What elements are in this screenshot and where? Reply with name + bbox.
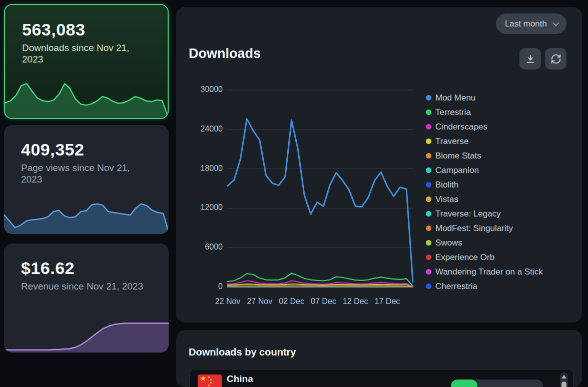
revenue-total-label: Revenue since Nov 21, 2023 <box>21 280 152 292</box>
x-tick-label: 07 Dec <box>311 297 336 306</box>
scrollbar-thumb[interactable] <box>561 382 566 387</box>
stat-card-downloads: 563,083 Downloads since Nov 21, 2023 <box>4 4 169 119</box>
chart-legend: Mod MenuTerrestriaCinderscapesTraverseBi… <box>426 90 543 294</box>
legend-item[interactable]: Vistas <box>426 192 543 206</box>
y-tick-label: 6000 <box>205 242 223 252</box>
chevron-down-icon <box>553 20 559 26</box>
legend-label: ModFest: Singularity <box>435 224 513 234</box>
legend-dot-icon <box>426 226 431 231</box>
x-tick-label: 27 Nov <box>247 297 272 306</box>
country-list-scrollbar[interactable] <box>560 372 568 387</box>
legend-item[interactable]: Mod Menu <box>426 90 543 105</box>
legend-dot-icon <box>426 168 431 173</box>
legend-item[interactable]: Wandering Trader on a Stick <box>426 264 543 279</box>
y-tick-label: 18000 <box>201 164 223 173</box>
china-flag-icon: ★ <box>198 374 222 387</box>
scroll-up-icon[interactable] <box>561 375 566 378</box>
downloads-total-label: Downloads since Nov 21, 2023 <box>22 42 151 65</box>
legend-item[interactable]: Swows <box>426 236 543 250</box>
y-axis-labels: 0600012000180002400030000 <box>191 90 223 287</box>
downloads-total: 563,083 <box>22 20 151 40</box>
legend-item[interactable]: Cinderscapes <box>426 120 543 134</box>
download-icon <box>525 54 536 64</box>
legend-dot-icon <box>426 138 431 144</box>
legend-label: Campanion <box>435 166 479 176</box>
legend-item[interactable]: Traverse: Legacy <box>426 206 543 221</box>
downloads-panel: Last month Downloads 0600012000180002400… <box>176 7 582 322</box>
stat-card-revenue: $16.62 Revenue since Nov 21, 2023 <box>4 244 169 352</box>
country-progress-track <box>451 380 543 387</box>
legend-label: Cinderscapes <box>435 122 487 132</box>
revenue-sparkline <box>4 310 169 352</box>
legend-item[interactable]: Biolith <box>426 178 543 192</box>
legend-label: Mod Menu <box>435 93 475 103</box>
legend-dot-icon <box>426 254 431 260</box>
legend-label: Terrestria <box>435 108 471 118</box>
flag-star-icon: ★ <box>200 374 206 383</box>
legend-label: Biolith <box>435 180 458 190</box>
x-tick-label: 22 Nov <box>215 297 241 306</box>
legend-label: Experience Orb <box>435 252 494 262</box>
country-panel-title: Downloads by country <box>189 346 296 358</box>
y-tick-label: 12000 <box>201 203 223 212</box>
period-selector-label: Last month <box>505 19 547 29</box>
legend-label: Wandering Trader on a Stick <box>435 267 543 277</box>
legend-label: Biome Stats <box>435 151 481 161</box>
legend-dot-icon <box>426 196 431 202</box>
legend-item[interactable]: Biome Stats <box>426 148 543 163</box>
legend-dot-icon <box>426 153 431 158</box>
legend-dot-icon <box>426 240 431 246</box>
legend-item[interactable]: Campanion <box>426 163 543 178</box>
y-tick-label: 30000 <box>201 85 223 94</box>
y-tick-label: 24000 <box>201 124 223 134</box>
legend-label: Cherrestria <box>435 282 477 292</box>
pageviews-total-label: Page views since Nov 21, 2023 <box>21 162 152 185</box>
legend-item[interactable]: Terrestria <box>426 105 543 120</box>
legend-dot-icon <box>426 95 431 100</box>
downloads-line-chart <box>228 90 413 287</box>
refresh-button[interactable] <box>545 48 566 70</box>
legend-item[interactable]: Traverse <box>426 134 543 148</box>
legend-dot-icon <box>426 269 431 274</box>
downloads-sparkline <box>5 75 168 118</box>
stat-card-pageviews: 409,352 Page views since Nov 21, 2023 <box>4 125 169 234</box>
legend-label: Swows <box>435 238 462 248</box>
period-selector-dropdown[interactable]: Last month <box>496 14 566 34</box>
country-panel: Downloads by country ★ China <box>176 330 582 387</box>
legend-dot-icon <box>426 110 431 115</box>
export-button[interactable] <box>519 48 541 70</box>
legend-label: Traverse: Legacy <box>435 209 501 219</box>
legend-dot-icon <box>426 284 431 289</box>
country-progress-fill <box>451 380 477 387</box>
legend-dot-icon <box>426 211 431 216</box>
y-tick-label: 0 <box>218 282 223 291</box>
country-name: China <box>227 374 253 384</box>
downloads-panel-title: Downloads <box>189 46 261 62</box>
pageviews-total: 409,352 <box>21 140 152 160</box>
legend-label: Vistas <box>435 194 458 204</box>
x-axis-labels: 22 Nov27 Nov02 Dec07 Dec12 Dec17 Dec <box>228 297 413 308</box>
legend-dot-icon <box>426 124 431 130</box>
legend-item[interactable]: Cherrestria <box>426 279 543 294</box>
legend-item[interactable]: ModFest: Singularity <box>426 221 543 236</box>
country-list[interactable]: ★ China <box>189 369 573 387</box>
refresh-icon <box>550 54 561 64</box>
legend-dot-icon <box>426 182 431 188</box>
x-tick-label: 12 Dec <box>343 297 368 306</box>
x-tick-label: 17 Dec <box>375 297 400 306</box>
legend-label: Traverse <box>435 136 468 146</box>
legend-item[interactable]: Experience Orb <box>426 250 543 264</box>
pageviews-sparkline <box>4 191 169 234</box>
x-tick-label: 02 Dec <box>279 297 304 306</box>
revenue-total: $16.62 <box>21 258 152 278</box>
